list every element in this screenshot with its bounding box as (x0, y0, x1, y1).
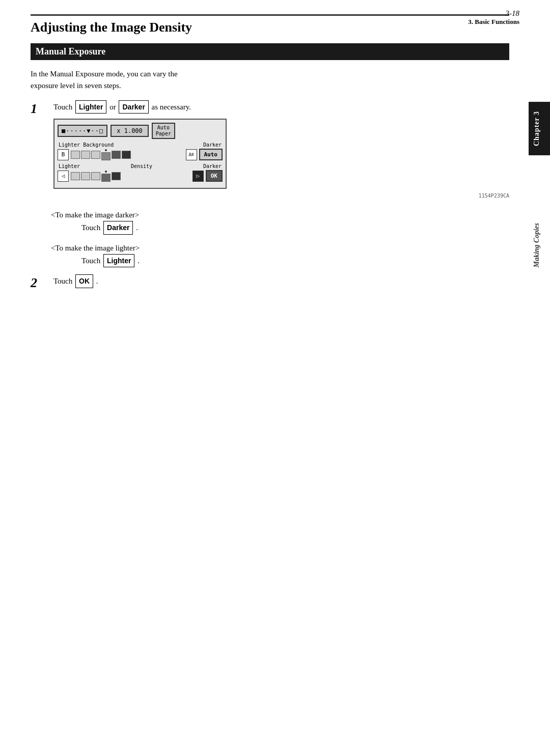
ui-bg-label-row: Lighter Background Darker (58, 142, 223, 148)
step-1-content: Touch Lighter or Darker as necessary. ■·… (53, 100, 509, 199)
darker-label: <To make the image darker> (51, 209, 509, 221)
ui-ok-btn[interactable]: OK (206, 170, 223, 182)
ui-auto-btn[interactable]: Auto (199, 149, 223, 160)
ui-auto-paper: Auto Paper (152, 123, 175, 139)
ui-density-label-row: Lighter Density Darker (58, 163, 223, 169)
chapter-label: 3. Basic Functions (468, 18, 519, 26)
chapter-tab: Chapter 3 (529, 102, 550, 155)
lighter-key[interactable]: Lighter (103, 254, 134, 267)
darker-instruction: <To make the image darker> Touch Darker … (51, 209, 509, 234)
step-2: 2 Touch OK . (31, 274, 509, 293)
step-2-text: Touch OK . (53, 274, 509, 288)
ui-density-slider: ◁ ▷ OK (58, 170, 223, 182)
step-1-number: 1 (31, 100, 53, 117)
ui-lighter-icon: ◁ (58, 171, 69, 182)
ui-bg-track (71, 149, 184, 160)
lighter-instruction: <To make the image lighter> Touch Lighte… (51, 242, 509, 267)
lighter-touch-line: Touch Lighter . (81, 254, 509, 267)
ui-b-icon: B (58, 149, 69, 160)
ui-density-track (71, 171, 190, 182)
section-heading: Manual Exposure (31, 43, 509, 60)
page-header: 3-18 3. Basic Functions (468, 9, 519, 26)
making-copies-tab: Making Copies (529, 214, 550, 277)
darker-touch-line: Touch Darker . (81, 221, 509, 234)
ok-key[interactable]: OK (75, 274, 93, 288)
step-1-text: Touch Lighter or Darker as necessary. (53, 100, 509, 114)
ui-bg-slider: B AB Auto (58, 149, 223, 160)
step-2-number: 2 (31, 274, 53, 291)
lighter-button[interactable]: Lighter (75, 100, 106, 114)
ui-ab-icon: AB (186, 149, 197, 160)
main-content: Adjusting the Image Density Manual Expos… (31, 9, 509, 293)
intro-text: In the Manual Exposure mode, you can var… (31, 68, 509, 91)
step-1: 1 Touch Lighter or Darker as necessary. … (31, 100, 509, 199)
page-number: 3-18 (468, 9, 519, 18)
top-border (31, 14, 509, 16)
ui-top-row: ■·····▼··□ x 1.000 Auto Paper (58, 123, 223, 139)
darker-key[interactable]: Darker (103, 221, 133, 234)
ui-multiplier: x 1.000 (111, 125, 149, 137)
lighter-label: <To make the image lighter> (51, 242, 509, 254)
ui-darker-icon: ▷ (193, 171, 204, 182)
step-2-content: Touch OK . (53, 274, 509, 293)
page-title: Adjusting the Image Density (31, 20, 509, 35)
darker-button[interactable]: Darker (119, 100, 148, 114)
ui-caption: 1154P239CA (53, 193, 509, 199)
ui-display-dots: ■·····▼··□ (58, 125, 107, 137)
ui-screenshot: ■·····▼··□ x 1.000 Auto Paper Lighter Ba… (53, 119, 227, 189)
